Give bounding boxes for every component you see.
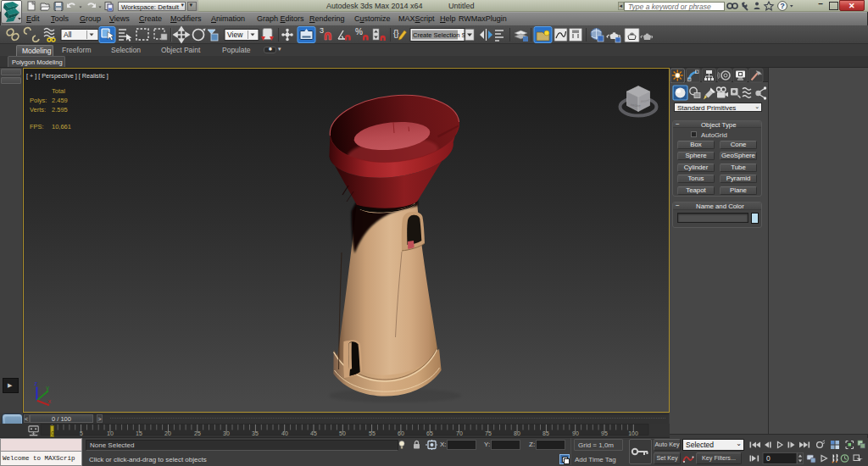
svg-text:x: x: [47, 397, 51, 405]
svg-text:Create Selection Se: Create Selection Se: [413, 31, 470, 39]
svg-text:{}: {}: [393, 29, 399, 38]
svg-text:%: %: [355, 27, 363, 36]
svg-text:0: 0: [766, 454, 771, 463]
svg-text:3: 3: [320, 26, 324, 35]
svg-text:z: z: [35, 380, 38, 387]
svg-text:All: All: [64, 31, 72, 39]
svg-text:View: View: [227, 31, 243, 39]
svg-text:?: ?: [780, 2, 785, 10]
svg-text:y: y: [46, 384, 49, 391]
